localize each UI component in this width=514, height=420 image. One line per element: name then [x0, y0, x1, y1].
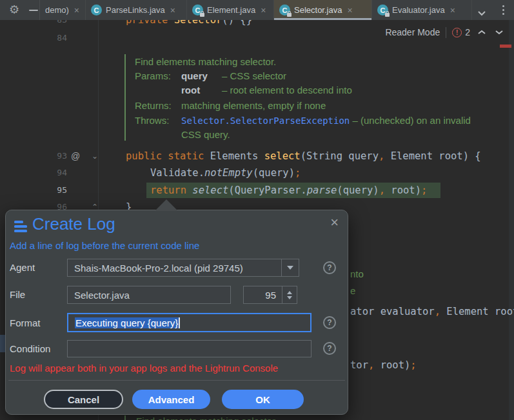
next-error-icon[interactable]	[493, 28, 505, 36]
divider	[8, 380, 345, 381]
annotation-gutter-icon[interactable]: @	[71, 149, 80, 163]
code-token: parse	[307, 185, 337, 196]
javadoc-label: Returns:	[135, 99, 181, 112]
tab-evaluator[interactable]: C Evaluator.java ×	[372, 0, 472, 20]
line-number-stepper[interactable]: 95	[243, 286, 297, 304]
help-icon[interactable]: ?	[323, 316, 336, 329]
error-indicator-icon[interactable]: !	[452, 28, 462, 37]
code-token: (query)	[253, 167, 295, 179]
help-icon[interactable]: ?	[323, 342, 336, 355]
javadoc-param-name: query	[181, 70, 222, 83]
code-token: (query)	[337, 185, 379, 196]
dialog-subtitle: Add a line of log before the current cod…	[10, 240, 199, 251]
javadoc-returns-desc: matching elements, empty if none	[181, 100, 326, 111]
editor-tab-bar: ⚙ demo) × C ParseLinks.java × C Element.…	[0, 0, 514, 20]
ide-window: ⚙ demo) × C ParseLinks.java × C Element.…	[0, 0, 514, 420]
close-icon[interactable]: ×	[74, 6, 79, 15]
javadoc-render-bar	[124, 54, 126, 141]
text-caret	[179, 317, 180, 328]
tab-selector-active[interactable]: C Selector.java ×	[274, 0, 372, 20]
line-number: 93	[39, 149, 67, 163]
javadoc-summary-bottom: Find elements matching selector	[136, 415, 275, 420]
error-count: 2	[465, 27, 470, 37]
chevron-down-icon[interactable]	[281, 259, 299, 276]
code-token: Elements	[210, 150, 264, 162]
step-down-icon	[287, 296, 292, 299]
format-input[interactable]: Executing query {query}	[67, 313, 311, 332]
close-icon[interactable]: ×	[347, 6, 352, 15]
stepper-arrows[interactable]	[282, 286, 297, 303]
close-icon[interactable]: ×	[261, 6, 266, 15]
file-input[interactable]: Selector.java	[67, 286, 231, 304]
tab-label: Selector.java	[294, 5, 342, 15]
chevron-down-icon[interactable]	[477, 7, 486, 19]
settings-gear-icon[interactable]: ⚙	[9, 3, 19, 17]
code-token: (String query	[301, 150, 379, 162]
tab-element[interactable]: C Element.java ×	[187, 0, 274, 20]
agent-label: Agent	[10, 262, 35, 273]
code-token: root)	[385, 185, 421, 196]
dialog-pointer	[155, 199, 178, 211]
gutter-accent	[0, 335, 5, 352]
javadoc-exception-link[interactable]: Selector.SelectorParseException	[181, 115, 350, 126]
code-token: notEmpty	[204, 167, 253, 179]
previous-error-icon[interactable]	[476, 28, 488, 36]
condition-input[interactable]	[67, 340, 311, 357]
close-icon[interactable]: ×	[170, 6, 175, 15]
tabbar-lead: ⚙	[0, 0, 40, 20]
line-number-current: 95	[39, 183, 67, 197]
code-fragment: nto	[350, 268, 364, 279]
agent-value: Shais-MacBook-Pro-2.local (pid 29745)	[68, 263, 250, 274]
error-stripe-marker[interactable]	[500, 45, 511, 48]
javadoc-throws-row2: CSS query.	[181, 128, 230, 141]
hide-panel-icon[interactable]	[29, 10, 38, 11]
scrollbar-track[interactable]	[509, 20, 514, 420]
tab-label: ParseLinks.java	[106, 5, 165, 15]
javadoc-throws-desc: – (unchecked) on an invalid	[350, 115, 471, 126]
code-token: (QueryParser.	[228, 185, 306, 196]
javadoc-param-name: root	[181, 84, 222, 97]
kebab-menu-icon[interactable]	[499, 4, 508, 16]
advanced-button[interactable]: Advanced	[132, 390, 210, 409]
code-token: select	[192, 185, 228, 196]
code-token: return	[150, 185, 192, 196]
close-icon[interactable]: ×	[450, 6, 455, 15]
code-token: ,	[379, 185, 385, 196]
ok-button[interactable]: OK	[222, 390, 304, 409]
cancel-button[interactable]: Cancel	[44, 390, 123, 409]
warning-text: Log will appear both in your app logs an…	[10, 363, 278, 374]
create-log-dialog: × Create Log Add a line of log before th…	[5, 210, 348, 415]
condition-label: Condition	[10, 343, 50, 354]
tab-demo[interactable]: demo) ×	[40, 0, 86, 20]
javadoc-throws-row: Throws:Selector.SelectorParseException –…	[135, 114, 471, 127]
class-lock-icon: C	[377, 5, 388, 15]
tab-label: Evaluator.java	[392, 5, 445, 15]
javadoc-param-desc: – CSS selector	[222, 70, 286, 81]
javadoc-label: Throws:	[135, 114, 181, 127]
class-icon: C	[91, 5, 102, 15]
line-number-value: 95	[244, 286, 282, 303]
tab-label: Element.java	[207, 5, 255, 15]
close-icon[interactable]: ×	[330, 215, 339, 230]
class-lock-icon: C	[192, 5, 203, 15]
code-token: ,	[379, 150, 384, 162]
code-line-93: public static Elements select(String que…	[126, 149, 481, 163]
code-token: Element root) {	[384, 150, 480, 162]
help-icon[interactable]: ?	[323, 261, 336, 274]
format-value-selected: Executing query {query}	[75, 317, 179, 328]
dialog-title: Create Log	[32, 214, 115, 234]
divider	[446, 27, 446, 38]
reader-mode-toggle[interactable]: Reader Mode	[385, 27, 440, 37]
code-token: select	[264, 150, 301, 162]
javadoc-returns-row: Returns:matching elements, empty if none	[135, 99, 326, 112]
javadoc-param-desc: – root element to descend into	[222, 85, 352, 95]
code-token: ;	[295, 167, 301, 179]
code-token: public static	[126, 150, 210, 162]
code-line-95: return select(QueryParser.parse(query), …	[150, 183, 427, 197]
code-fragment: e	[350, 285, 355, 296]
code-fragment: tor, root);	[350, 359, 417, 371]
class-lock-icon: C	[279, 5, 290, 15]
fold-marker-icon[interactable]: ⌄	[92, 149, 98, 163]
tab-parselinks[interactable]: C ParseLinks.java ×	[86, 0, 187, 20]
agent-select[interactable]: Shais-MacBook-Pro-2.local (pid 29745)	[67, 259, 299, 277]
